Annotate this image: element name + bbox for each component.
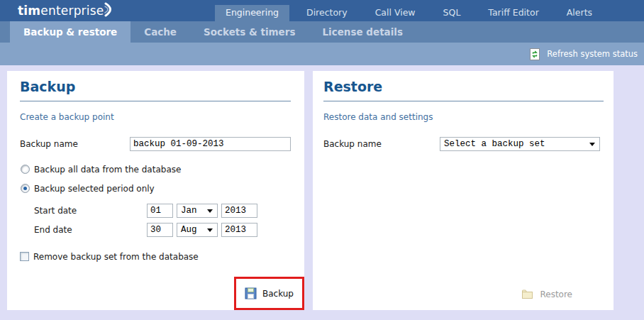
folder-open-icon	[521, 289, 533, 299]
restore-panel-subtitle: Restore data and settings	[323, 112, 433, 122]
tab-cache[interactable]: Cache	[131, 21, 190, 43]
status-bar: Refresh system status	[0, 43, 644, 65]
radio-backup-all-data[interactable]	[21, 165, 30, 174]
logo-text-bold: tim	[18, 4, 40, 18]
tab-sql[interactable]: SQL	[433, 5, 472, 21]
top-nav-tabs: Engineering Directory Call View SQL Tari…	[215, 0, 609, 21]
floppy-disk-save-icon	[245, 287, 257, 299]
restore-title-divider	[323, 101, 604, 101]
radio-backup-selected-period-label[interactable]: Backup selected period only	[34, 184, 155, 194]
tab-backup-and-restore[interactable]: Backup & restore	[10, 21, 131, 43]
backup-panel-title: Backup	[20, 79, 75, 94]
radio-backup-all-data-label[interactable]: Backup all data from the database	[34, 165, 181, 175]
radio-backup-selected-period[interactable]	[21, 184, 30, 193]
logo-text: enterprise	[40, 4, 104, 18]
backup-panel: Backup Create a backup point Backup name…	[7, 71, 304, 310]
backup-set-select[interactable]: Select a backup set	[440, 137, 600, 151]
sub-navigation-bar: Backup & restore Cache Sockets & timers …	[0, 21, 644, 43]
tab-alerts[interactable]: Alerts	[556, 5, 603, 21]
refresh-system-status-button[interactable]: Refresh system status	[529, 48, 638, 60]
tab-sockets-and-timers[interactable]: Sockets & timers	[190, 21, 309, 43]
restore-backup-name-label: Backup name	[323, 139, 382, 149]
tab-license-details[interactable]: License details	[309, 21, 416, 43]
backup-title-divider	[20, 101, 291, 101]
backup-panel-subtitle: Create a backup point	[20, 112, 114, 122]
refresh-icon	[529, 48, 540, 60]
remove-backup-set-checkbox[interactable]	[20, 252, 29, 261]
logo-swoosh-icon	[104, 2, 116, 21]
tab-directory[interactable]: Directory	[296, 5, 358, 21]
end-date-day-input[interactable]	[147, 223, 173, 237]
start-date-day-input[interactable]	[147, 204, 173, 218]
application-window: timenterprise Engineering Directory Call…	[0, 0, 644, 320]
end-date-month-select[interactable]: Aug	[177, 223, 218, 237]
dropdown-arrow-icon	[207, 228, 213, 232]
tab-call-view[interactable]: Call View	[365, 5, 426, 21]
restore-panel-title: Restore	[323, 79, 382, 94]
end-date-label: End date	[34, 225, 72, 235]
start-date-month-value: Jan	[177, 206, 207, 216]
restore-button[interactable]: Restore	[521, 289, 572, 299]
restore-panel: Restore Restore data and settings Backup…	[313, 71, 614, 310]
tim-enterprise-logo: timenterprise	[18, 2, 116, 19]
backup-name-label: Backup name	[20, 139, 78, 149]
restore-button-label: Restore	[540, 289, 572, 299]
end-date-month-value: Aug	[177, 225, 207, 235]
backup-name-input[interactable]	[130, 137, 291, 151]
dropdown-arrow-icon	[589, 143, 595, 146]
backup-button-label: Backup	[262, 289, 294, 299]
backup-button[interactable]: Backup	[236, 279, 302, 308]
backup-button-highlight: Backup	[234, 277, 304, 310]
top-navigation-bar: timenterprise Engineering Directory Call…	[0, 0, 644, 21]
tab-tariff-editor[interactable]: Tariff Editor	[477, 5, 549, 21]
backup-set-select-value: Select a backup set	[440, 139, 589, 149]
remove-backup-set-label[interactable]: Remove backup set from the database	[33, 252, 199, 262]
refresh-label: Refresh system status	[547, 49, 638, 59]
dropdown-arrow-icon	[207, 209, 213, 213]
end-date-year-input[interactable]	[221, 223, 257, 237]
start-date-month-select[interactable]: Jan	[177, 204, 218, 218]
tab-engineering[interactable]: Engineering	[215, 5, 289, 21]
start-date-year-input[interactable]	[221, 204, 257, 218]
start-date-label: Start date	[34, 206, 77, 216]
